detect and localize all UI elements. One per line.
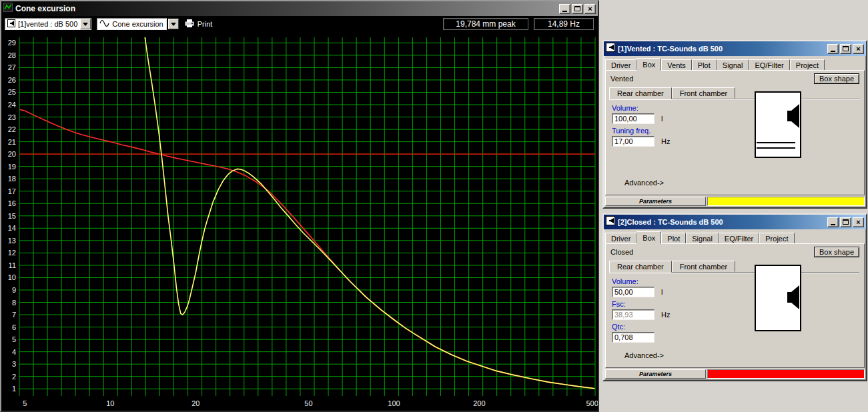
- tuning-freq-label: Tuning freq.: [612, 127, 719, 135]
- tab-plot[interactable]: Plot: [692, 59, 717, 70]
- advanced-link[interactable]: Advanced->: [624, 351, 664, 359]
- fsc-label: Fsc:: [612, 300, 719, 308]
- box-shape-button[interactable]: Box shape: [814, 73, 859, 84]
- desktop: Cone excursion × [1]vented : dB 500 Cone…: [0, 0, 868, 412]
- volume-unit: l: [661, 115, 663, 123]
- box-type-label: Closed: [610, 248, 633, 256]
- maximize-icon[interactable]: [840, 44, 851, 54]
- speaker-box-icon: [606, 216, 615, 228]
- tab-rear-chamber[interactable]: Rear chamber: [609, 261, 672, 273]
- project-selector[interactable]: [1]vented : dB 500: [5, 18, 91, 30]
- close-icon[interactable]: ×: [853, 217, 864, 227]
- svg-text:10: 10: [8, 273, 16, 281]
- tab-signal[interactable]: Signal: [686, 233, 719, 243]
- status-fill-closed: [707, 369, 865, 379]
- tab-signal[interactable]: Signal: [717, 59, 749, 70]
- tab-plot[interactable]: Plot: [661, 233, 686, 243]
- svg-text:19: 19: [8, 163, 16, 171]
- tab-eq-filter[interactable]: EQ/Filter: [719, 233, 759, 243]
- tab-vents[interactable]: Vents: [661, 59, 692, 70]
- tab-box[interactable]: Box: [636, 231, 661, 244]
- vented-box-window: [1]Vented : TC-Sounds dB 500 × Driver Bo…: [602, 40, 867, 209]
- advanced-link[interactable]: Advanced->: [624, 179, 664, 187]
- chart-icon: [3, 3, 13, 15]
- minimize-icon[interactable]: [827, 44, 839, 54]
- svg-text:22: 22: [8, 125, 16, 133]
- svg-text:21: 21: [8, 138, 16, 146]
- svg-text:100: 100: [388, 399, 400, 407]
- plot-type-dropdown-arrow-icon[interactable]: [168, 19, 179, 29]
- tab-project[interactable]: Project: [790, 59, 825, 70]
- svg-text:15: 15: [8, 212, 16, 220]
- svg-text:10: 10: [106, 399, 114, 407]
- maximize-icon[interactable]: [572, 4, 583, 14]
- tab-front-chamber[interactable]: Front chamber: [672, 87, 736, 99]
- print-button[interactable]: Print: [184, 19, 213, 29]
- svg-text:29: 29: [8, 39, 16, 47]
- qtc-input[interactable]: [612, 332, 655, 343]
- closed-box-diagram: [754, 264, 802, 332]
- svg-text:1: 1: [12, 385, 16, 393]
- chamber-tab-bar: Rear chamber Front chamber: [609, 261, 859, 273]
- close-icon[interactable]: ×: [584, 4, 596, 14]
- svg-text:20: 20: [191, 399, 199, 407]
- close-icon[interactable]: ×: [853, 44, 864, 54]
- maximize-icon[interactable]: [840, 217, 851, 227]
- svg-text:7: 7: [12, 311, 16, 319]
- closed-tab-bar: Driver Box Plot Signal EQ/Filter Project: [604, 229, 866, 243]
- minimize-icon[interactable]: [559, 4, 570, 14]
- tab-project[interactable]: Project: [759, 233, 794, 243]
- tab-front-chamber[interactable]: Front chamber: [672, 261, 736, 272]
- tuning-freq-unit: Hz: [661, 137, 670, 145]
- tuning-freq-input[interactable]: [612, 136, 655, 147]
- closed-window-titlebar[interactable]: [2]Closed : TC-Sounds dB 500 ×: [604, 215, 866, 229]
- parameters-button[interactable]: Parameters: [605, 197, 706, 206]
- plot-type-value: Cone excursion: [109, 20, 165, 28]
- svg-text:14: 14: [8, 224, 16, 232]
- qtc-label: Qtc:: [612, 323, 719, 331]
- svg-text:9: 9: [12, 286, 16, 294]
- svg-text:26: 26: [8, 76, 16, 84]
- closed-status-row: Parameters: [605, 369, 865, 379]
- main-titlebar[interactable]: Cone excursion ×: [1, 1, 598, 16]
- svg-text:24: 24: [8, 101, 16, 109]
- peak-readout: 19,784 mm peak: [443, 18, 528, 30]
- svg-text:6: 6: [12, 323, 16, 331]
- speaker-box-icon: [606, 43, 615, 55]
- fsc-input: [612, 309, 655, 320]
- excursion-chart: 1234567891011121314151617181920212223242…: [1, 32, 598, 411]
- box-tab-panel: Closed Box shape Rear chamber Front cham…: [605, 243, 865, 368]
- volume-label: Volume:: [612, 104, 719, 112]
- svg-text:8: 8: [12, 299, 16, 307]
- project-selector-value: [1]vented : dB 500: [15, 20, 80, 28]
- vented-box-diagram: [754, 91, 802, 159]
- volume-input[interactable]: [612, 287, 655, 297]
- svg-text:23: 23: [8, 113, 16, 121]
- status-fill-vented: [707, 197, 865, 206]
- box-shape-button[interactable]: Box shape: [814, 247, 859, 257]
- chamber-tab-bar: Rear chamber Front chamber: [609, 87, 859, 99]
- tab-driver[interactable]: Driver: [605, 59, 636, 70]
- svg-text:4: 4: [12, 348, 16, 356]
- project-dropdown-arrow-icon[interactable]: [80, 19, 91, 29]
- plot-type-selector[interactable]: Cone excursion: [97, 18, 166, 30]
- printer-icon: [184, 19, 195, 29]
- minimize-icon[interactable]: [827, 217, 839, 227]
- fsc-unit: Hz: [661, 311, 670, 319]
- parameters-button[interactable]: Parameters: [605, 369, 706, 379]
- tab-box[interactable]: Box: [636, 58, 661, 71]
- speaker-box-icon: [7, 19, 15, 29]
- svg-text:5: 5: [12, 335, 16, 343]
- chart-area: 1234567891011121314151617181920212223242…: [1, 32, 598, 411]
- tab-eq-filter[interactable]: EQ/Filter: [749, 59, 789, 70]
- svg-text:13: 13: [8, 237, 16, 245]
- closed-window-title: [2]Closed : TC-Sounds dB 500: [618, 218, 825, 226]
- print-label: Print: [197, 20, 213, 28]
- svg-text:2: 2: [12, 373, 16, 381]
- svg-text:18: 18: [8, 175, 16, 183]
- vented-tab-bar: Driver Box Vents Plot Signal EQ/Filter P…: [604, 56, 866, 70]
- vented-window-titlebar[interactable]: [1]Vented : TC-Sounds dB 500 ×: [604, 41, 866, 56]
- tab-rear-chamber[interactable]: Rear chamber: [609, 87, 672, 99]
- volume-input[interactable]: [612, 113, 655, 124]
- tab-driver[interactable]: Driver: [605, 233, 636, 243]
